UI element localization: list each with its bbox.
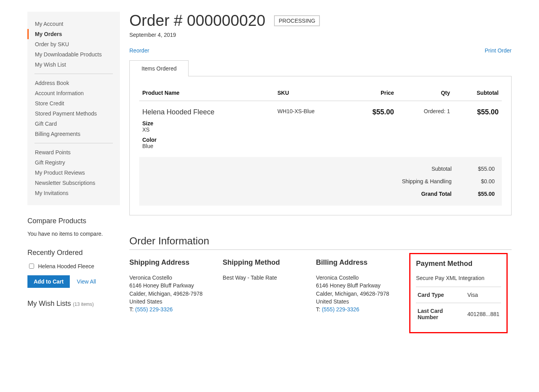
wishlists-title: My Wish Lists bbox=[27, 300, 73, 307]
billing-address-title: Billing Address bbox=[316, 258, 405, 267]
my-wish-lists-block: My Wish Lists (13 items) bbox=[27, 300, 120, 308]
shipping-method-title: Shipping Method bbox=[223, 258, 312, 267]
nav-separator bbox=[34, 74, 113, 74]
sidebar-item-account-information[interactable]: Account Information bbox=[27, 88, 120, 98]
grand-total-label: Grand Total bbox=[365, 191, 452, 197]
addr-country: United States bbox=[316, 298, 405, 305]
shipping-address-col: Shipping Address Veronica Costello 6146 … bbox=[129, 258, 223, 333]
sidebar-item-reward-points[interactable]: Reward Points bbox=[27, 147, 120, 157]
option-value: XS bbox=[142, 126, 271, 133]
product-sku: WH10-XS-Blue bbox=[274, 101, 349, 154]
tel-prefix: T: bbox=[129, 306, 135, 313]
recently-ordered-block: Recently Ordered Helena Hooded Fleece Ad… bbox=[27, 249, 120, 288]
shipping-label: Shipping & Handling bbox=[365, 178, 452, 184]
compare-products-block: Compare Products You have no items to co… bbox=[27, 217, 120, 237]
sidebar-item-newsletter-subscriptions[interactable]: Newsletter Subscriptions bbox=[27, 178, 120, 188]
th-price: Price bbox=[349, 86, 397, 101]
tel-link[interactable]: (555) 229-3326 bbox=[135, 306, 173, 313]
sidebar-item-billing-agreements[interactable]: Billing Agreements bbox=[27, 129, 120, 139]
order-date: September 4, 2019 bbox=[129, 32, 512, 38]
order-totals: Subtotal $55.00 Shipping & Handling $0.0… bbox=[139, 157, 502, 206]
sidebar-item-my-account[interactable]: My Account bbox=[27, 19, 120, 29]
subtotal-label: Subtotal bbox=[365, 166, 452, 172]
th-qty: Qty bbox=[397, 86, 453, 101]
option-value: Blue bbox=[142, 143, 271, 149]
status-badge: Processing bbox=[274, 15, 320, 26]
payment-method-highlight: Payment Method Secure Pay XML Integratio… bbox=[409, 253, 508, 333]
recent-item-label: Helena Hooded Fleece bbox=[38, 263, 94, 269]
items-table: Product Name SKU Price Qty Subtotal Hele… bbox=[139, 86, 502, 153]
tel-link[interactable]: (555) 229-3326 bbox=[322, 306, 359, 313]
product-name: Helena Hooded Fleece bbox=[142, 108, 271, 116]
compare-title: Compare Products bbox=[27, 217, 120, 225]
recent-item-checkbox[interactable] bbox=[29, 264, 34, 269]
payment-method-title: Payment Method bbox=[416, 260, 501, 268]
recent-item: Helena Hooded Fleece bbox=[27, 262, 120, 270]
pay-label: Last Card Number bbox=[416, 303, 466, 325]
addr-name: Veronica Costello bbox=[316, 274, 405, 282]
divider bbox=[129, 249, 512, 250]
billing-address-col: Billing Address Veronica Costello 6146 H… bbox=[316, 258, 409, 333]
addr-country: United States bbox=[129, 298, 219, 305]
option-label: Color bbox=[142, 137, 271, 143]
product-subtotal: $55.00 bbox=[477, 108, 499, 116]
sidebar-item-my-downloadable-products[interactable]: My Downloadable Products bbox=[27, 49, 120, 60]
addr-name: Veronica Costello bbox=[129, 274, 219, 282]
th-sku: SKU bbox=[274, 86, 349, 101]
shipping-method-text: Best Way - Table Rate bbox=[223, 274, 312, 282]
addr-street: 6146 Honey Bluff Parkway bbox=[316, 282, 405, 289]
addr-city: Calder, Michigan, 49628-7978 bbox=[129, 290, 219, 298]
subtotal-value: $55.00 bbox=[452, 166, 495, 172]
sidebar-item-my-invitations[interactable]: My Invitations bbox=[27, 188, 120, 198]
sidebar-item-gift-card[interactable]: Gift Card bbox=[27, 119, 120, 129]
page-title: Order # 000000020 bbox=[129, 12, 265, 29]
option-label: Size bbox=[142, 120, 271, 126]
wishlists-count: (13 items) bbox=[73, 302, 94, 307]
th-product: Product Name bbox=[139, 86, 274, 101]
sidebar-item-my-product-reviews[interactable]: My Product Reviews bbox=[27, 168, 120, 178]
addr-city: Calder, Michigan, 49628-7978 bbox=[316, 290, 405, 298]
recently-ordered-title: Recently Ordered bbox=[27, 249, 120, 257]
add-to-cart-button[interactable]: Add to Cart bbox=[27, 275, 70, 288]
shipping-value: $0.00 bbox=[452, 178, 495, 184]
compare-empty-text: You have no items to compare. bbox=[27, 231, 120, 237]
tab-items-ordered[interactable]: Items Ordered bbox=[129, 60, 189, 76]
payment-method-col: Payment Method Secure Pay XML Integratio… bbox=[409, 258, 512, 333]
payment-desc: Secure Pay XML Integration bbox=[416, 275, 501, 287]
shipping-method-col: Shipping Method Best Way - Table Rate bbox=[223, 258, 316, 333]
product-qty: Ordered: 1 bbox=[397, 101, 453, 154]
nav-separator bbox=[34, 143, 113, 143]
payment-table: Card Type Visa Last Card Number 401288..… bbox=[416, 287, 501, 325]
sidebar-item-my-orders[interactable]: My Orders bbox=[27, 29, 120, 39]
view-all-link[interactable]: View All bbox=[77, 278, 96, 285]
sidebar-item-order-by-sku[interactable]: Order by SKU bbox=[27, 39, 120, 49]
product-price: $55.00 bbox=[372, 108, 394, 116]
th-subtotal: Subtotal bbox=[453, 86, 502, 101]
pay-label: Card Type bbox=[416, 287, 466, 303]
items-panel: Product Name SKU Price Qty Subtotal Hele… bbox=[129, 76, 512, 215]
sidebar-item-address-book[interactable]: Address Book bbox=[27, 78, 120, 88]
order-information-title: Order Information bbox=[129, 235, 512, 247]
sidebar-item-stored-payment-methods[interactable]: Stored Payment Methods bbox=[27, 108, 120, 119]
shipping-address-title: Shipping Address bbox=[129, 258, 219, 267]
sidebar-item-my-wish-list[interactable]: My Wish List bbox=[27, 60, 120, 70]
print-order-link[interactable]: Print Order bbox=[485, 47, 512, 54]
addr-street: 6146 Honey Bluff Parkway bbox=[129, 282, 219, 289]
reorder-link[interactable]: Reorder bbox=[129, 47, 149, 54]
pay-value: 401288...881 bbox=[466, 303, 501, 325]
grand-total-value: $55.00 bbox=[452, 191, 495, 197]
table-row: Helena Hooded Fleece Size XS Color Blue … bbox=[139, 101, 502, 154]
tel-prefix: T: bbox=[316, 306, 322, 313]
account-nav: My AccountMy OrdersOrder by SKUMy Downlo… bbox=[27, 12, 120, 205]
pay-value: Visa bbox=[466, 287, 501, 303]
sidebar-item-gift-registry[interactable]: Gift Registry bbox=[27, 157, 120, 168]
sidebar-item-store-credit[interactable]: Store Credit bbox=[27, 98, 120, 108]
